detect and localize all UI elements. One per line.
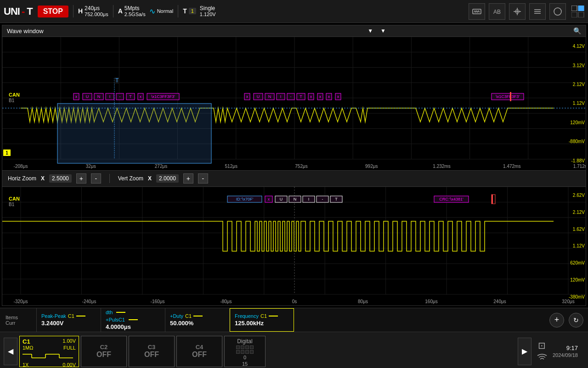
meas-freq[interactable]: Frequency C1 125.00kHz xyxy=(230,308,294,332)
meas-peak-val: 3.2400V xyxy=(41,320,96,327)
digital-value2: 15 xyxy=(242,361,248,367)
single-voltage: 1.120V xyxy=(200,12,216,17)
meas-curr-label: Curr xyxy=(6,320,31,326)
magnify-icon[interactable]: 🔍 xyxy=(573,27,581,34)
measurement-bar: Items Curr Peak-Peak C1 3.2400V dth +Pul… xyxy=(0,308,588,332)
c1-coupling: FULL xyxy=(63,345,76,351)
connectivity-icons: ⊡ xyxy=(537,340,547,362)
add-measurement-btn[interactable]: + xyxy=(549,313,564,328)
stop-button[interactable]: STOP xyxy=(38,6,68,17)
digital-dot-2 xyxy=(241,345,244,349)
crosshair-btn[interactable] xyxy=(509,3,526,20)
svg-rect-12 xyxy=(578,12,584,17)
main-can-label: CAN xyxy=(9,92,20,98)
horiz-zoom-label: Horiz Zoom xyxy=(8,175,36,182)
time-display: 9:17 xyxy=(566,345,578,351)
date-display: 2024/09/18 xyxy=(553,352,578,358)
c2-status: OFF xyxy=(96,351,111,359)
digital-dot-5 xyxy=(236,350,240,354)
ground-marker-1: 1 xyxy=(3,150,11,156)
zoom-separator xyxy=(109,174,110,183)
svg-rect-10 xyxy=(578,6,584,11)
meas-freq-val: 125.00kHz xyxy=(235,320,289,327)
acquisition-section: A 5Mpts 2.5GSa/s ∿ Normal xyxy=(113,5,173,18)
horiz-zoom-minus[interactable]: - xyxy=(91,173,101,184)
c1-channel[interactable]: C1 1.00V 1MΩ FULL 1X 0.00V xyxy=(19,336,79,367)
digital-value1: 0 xyxy=(243,355,246,360)
brand-logo: UNI - T xyxy=(4,6,33,17)
c4-status: OFF xyxy=(192,351,207,359)
h-time2: 752.000μs xyxy=(85,12,108,17)
c1-name: C1 xyxy=(23,338,30,345)
meas-freq-line xyxy=(269,316,278,316)
horiz-zoom-plus[interactable]: + xyxy=(76,173,86,184)
meas-duty[interactable]: +Duty C1 50.000% xyxy=(165,308,230,332)
c4-channel[interactable]: C4 OFF xyxy=(176,336,222,367)
trigger-ch-badge: 1 xyxy=(189,8,196,14)
brand-hyphen: - xyxy=(22,6,25,17)
meas-peak-name: Peak-Peak xyxy=(41,313,66,319)
horizontal-section: H 240μs 752.000μs xyxy=(73,5,108,18)
digital-grid xyxy=(236,345,254,354)
main-b1-label: B1 xyxy=(9,98,14,103)
signal-icon: ∿ xyxy=(149,7,155,16)
meas-freq-ch: C1 xyxy=(260,313,267,319)
meas-peak-peak[interactable]: Peak-Peak C1 3.2400V xyxy=(37,308,101,332)
refresh-btn[interactable]: ↻ xyxy=(569,313,583,328)
c3-channel[interactable]: C3 OFF xyxy=(129,336,175,367)
next-channel-btn[interactable]: ▶ xyxy=(518,338,531,365)
digital-dot-8 xyxy=(250,350,254,354)
c2-channel[interactable]: C2 OFF xyxy=(81,336,127,367)
vert-zoom-x: X xyxy=(148,175,152,182)
c4-name: C4 xyxy=(196,344,204,351)
list-btn[interactable] xyxy=(529,3,546,20)
wave-header: Wave window ▼ ▼ 🔍 xyxy=(2,25,586,37)
svg-rect-11 xyxy=(571,12,577,17)
c1-impedance: 1MΩ xyxy=(23,345,34,351)
horiz-zoom-value: 2.5000 xyxy=(49,174,72,183)
c1-probe: 1X xyxy=(23,362,28,368)
meas-peak-ch: C1 xyxy=(68,313,74,319)
channel-bar: ◀ C1 1.00V 1MΩ FULL 1X 0.00V xyxy=(0,332,588,368)
c3-name: C3 xyxy=(148,344,156,351)
toolbar-right: AB xyxy=(469,3,584,20)
meas-items-section: Items Curr xyxy=(0,308,37,332)
trigger-marker-t: T xyxy=(114,77,119,84)
zoom-bar: Horiz Zoom X 2.5000 + - Vert Zoom X 2.00… xyxy=(2,170,586,187)
lower-b1-label: B1 xyxy=(9,202,14,207)
meas-freq-name: Frequency xyxy=(235,313,259,319)
vert-zoom-plus[interactable]: + xyxy=(183,173,193,184)
c1-offset: 0.00V xyxy=(62,362,76,368)
lower-wave-area: 2.62V 2.12V 1.62V 1.12V 620mV 120mV -380… xyxy=(2,187,586,305)
meas-items-label: Items xyxy=(6,315,31,320)
vert-zoom-minus[interactable]: - xyxy=(198,173,208,184)
time-date-display: 9:17 2024/09/18 xyxy=(553,345,578,358)
brand-name: UNI xyxy=(4,6,20,17)
meas-dth[interactable]: dth +PulsC1 4.0000μs xyxy=(101,308,165,332)
toolbar: UNI - T STOP H 240μs 752.000μs A 5Mpts 2… xyxy=(0,0,588,23)
measure-btn[interactable]: AB xyxy=(489,3,505,20)
c2-name: C2 xyxy=(100,344,108,351)
svg-rect-9 xyxy=(571,6,577,11)
brand-t: T xyxy=(27,6,33,17)
prev-channel-btn[interactable]: ◀ xyxy=(4,338,17,365)
circle-btn[interactable] xyxy=(549,3,566,20)
a-mode: Normal xyxy=(157,8,173,14)
meas-duty-line xyxy=(193,316,203,316)
wifi-icon xyxy=(537,353,547,362)
digital-channel[interactable]: Digital 0 15 xyxy=(224,336,266,367)
wave-title: Wave window xyxy=(7,28,44,34)
waveform-btn[interactable] xyxy=(469,3,485,20)
dropdown-arrow-left[interactable]: ▼ xyxy=(368,28,373,34)
digital-label: Digital xyxy=(237,338,252,345)
svg-text:AB: AB xyxy=(493,9,501,15)
meas-puls-val: 4.0000μs xyxy=(106,323,160,330)
layout-btns[interactable] xyxy=(571,6,584,17)
trigger-section: T 1 Single 1.120V xyxy=(178,5,216,18)
digital-dot-3 xyxy=(245,345,249,349)
digital-dot-4 xyxy=(250,345,254,349)
main-wave-area: 4.12V 3.12V 2.12V 1.12V 120mV -880mV -1.… xyxy=(2,37,586,170)
dropdown-arrow-right[interactable]: ▼ xyxy=(380,28,386,34)
vert-zoom-value: 2.0000 xyxy=(156,174,179,183)
meas-duty-name: +Duty xyxy=(170,313,183,319)
